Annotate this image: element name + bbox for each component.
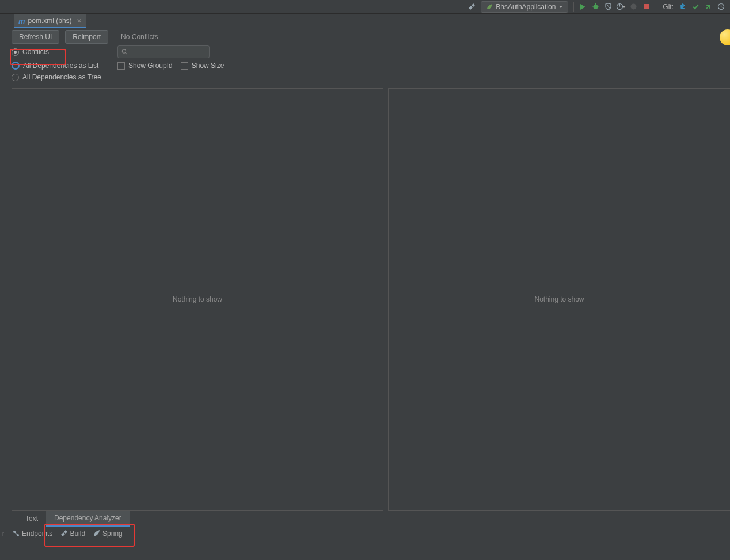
editor-tab-bar: — m pom.xml (bhs) ✕ bbox=[0, 14, 730, 28]
radio-icon bbox=[12, 74, 19, 81]
run-configuration-selector[interactable]: BhsAuthApplication bbox=[481, 1, 568, 13]
status-partial-label: r bbox=[2, 529, 5, 538]
maven-icon: m bbox=[18, 17, 25, 25]
checkbox-groupid-label: Show GroupId bbox=[128, 62, 173, 70]
reimport-button[interactable]: Reimport bbox=[65, 30, 108, 44]
left-panel: Nothing to show bbox=[12, 88, 383, 511]
subtab-text[interactable]: Text bbox=[17, 511, 46, 526]
status-item-partial[interactable]: r bbox=[2, 529, 5, 538]
svg-point-8 bbox=[122, 49, 126, 53]
checkbox-show-size[interactable]: Show Size bbox=[181, 62, 225, 70]
right-panel: Nothing to show bbox=[388, 88, 730, 511]
search-input-wrapper[interactable] bbox=[117, 45, 210, 58]
git-label: Git: bbox=[663, 3, 674, 11]
endpoints-icon bbox=[13, 530, 20, 537]
radio-tree-label: All Dependencies as Tree bbox=[22, 73, 101, 81]
radio-conflicts[interactable]: Conflicts bbox=[12, 48, 109, 56]
checkbox-show-groupid[interactable]: Show GroupId bbox=[117, 62, 173, 70]
status-item-build[interactable]: Build bbox=[60, 529, 85, 538]
debug-icon[interactable] bbox=[590, 1, 601, 13]
radio-icon bbox=[12, 48, 19, 56]
git-commit-icon[interactable] bbox=[690, 1, 701, 13]
git-push-icon[interactable] bbox=[702, 1, 714, 13]
toolbar-divider bbox=[573, 2, 574, 12]
subtab-dependency-analyzer[interactable]: Dependency Analyzer bbox=[46, 511, 130, 527]
left-panel-empty-text: Nothing to show bbox=[173, 295, 222, 303]
right-panel-empty-text: Nothing to show bbox=[534, 295, 584, 303]
content-panels: Nothing to show Nothing to show bbox=[0, 88, 730, 511]
radio-icon bbox=[12, 62, 20, 70]
filter-options: Conflicts All Dependencies as List Show … bbox=[0, 45, 730, 88]
svg-line-12 bbox=[15, 532, 17, 535]
radio-list-label: All Dependencies as List bbox=[23, 62, 98, 70]
status-bar: r Endpoints Build Spring bbox=[0, 527, 730, 539]
leaf-icon bbox=[486, 3, 493, 10]
chevron-down-icon bbox=[558, 5, 563, 9]
svg-line-9 bbox=[126, 53, 127, 55]
stop-icon[interactable] bbox=[640, 1, 652, 13]
run-config-label: BhsAuthApplication bbox=[496, 3, 556, 11]
checkbox-icon bbox=[117, 62, 125, 70]
svg-point-0 bbox=[593, 5, 598, 9]
status-endpoints-label: Endpoints bbox=[22, 529, 52, 538]
svg-rect-6 bbox=[644, 4, 649, 9]
coverage-icon[interactable] bbox=[602, 1, 614, 13]
checkbox-icon bbox=[181, 62, 188, 70]
checkbox-size-label: Show Size bbox=[192, 62, 225, 70]
close-icon[interactable]: ✕ bbox=[77, 17, 82, 25]
editor-sub-tabs: Text Dependency Analyzer bbox=[0, 511, 730, 527]
analyzer-toolbar: Refresh UI Reimport No Conflicts bbox=[0, 28, 730, 45]
refresh-ui-button[interactable]: Refresh UI bbox=[12, 30, 59, 44]
toolbar-divider bbox=[655, 2, 655, 12]
status-build-label: Build bbox=[70, 529, 85, 538]
run-icon[interactable] bbox=[577, 1, 588, 13]
search-icon bbox=[121, 48, 128, 55]
attach-icon[interactable] bbox=[628, 1, 639, 13]
git-update-icon[interactable] bbox=[677, 1, 689, 13]
notification-bubble-icon[interactable] bbox=[720, 29, 730, 45]
svg-point-5 bbox=[630, 4, 636, 10]
history-icon[interactable] bbox=[715, 1, 727, 13]
conflict-status-text: No Conflicts bbox=[121, 33, 158, 41]
status-item-spring[interactable]: Spring bbox=[93, 529, 123, 538]
status-spring-label: Spring bbox=[102, 529, 123, 538]
search-input[interactable] bbox=[131, 48, 206, 56]
radio-dependencies-tree[interactable]: All Dependencies as Tree bbox=[12, 73, 109, 81]
main-toolbar: BhsAuthApplication Git: bbox=[0, 0, 730, 14]
hammer-icon[interactable] bbox=[466, 1, 477, 13]
spring-icon bbox=[93, 530, 100, 537]
file-tab-label: pom.xml (bhs) bbox=[28, 17, 72, 25]
profile-icon[interactable] bbox=[615, 1, 626, 13]
status-item-endpoints[interactable]: Endpoints bbox=[13, 529, 52, 538]
hammer-icon bbox=[60, 530, 67, 537]
radio-conflicts-label: Conflicts bbox=[22, 48, 49, 56]
radio-dependencies-list[interactable]: All Dependencies as List bbox=[12, 62, 109, 70]
tab-overflow-indicator[interactable]: — bbox=[2, 18, 14, 28]
file-tab-pom[interactable]: m pom.xml (bhs) ✕ bbox=[14, 14, 86, 28]
